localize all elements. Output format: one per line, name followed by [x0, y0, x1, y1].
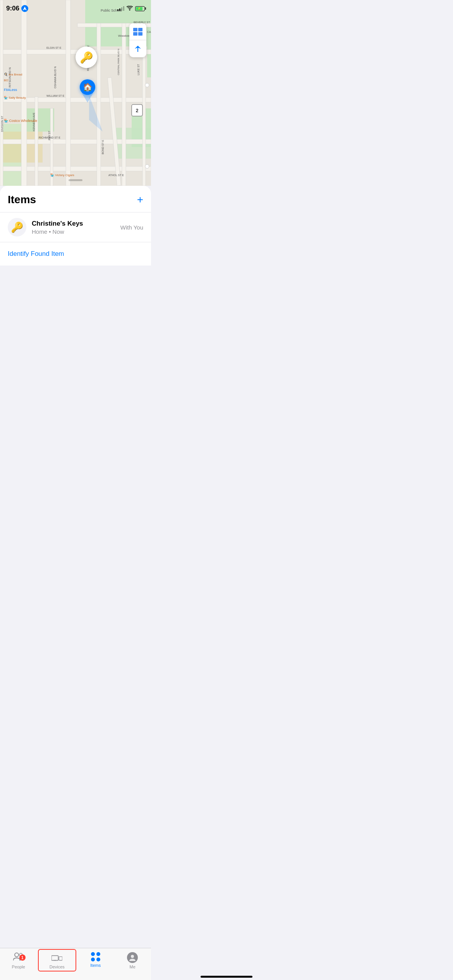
svg-point-50: [145, 164, 149, 168]
items-title: Items: [8, 194, 36, 206]
svg-text:CENTRAL PARK BLVD N: CENTRAL PARK BLVD N: [117, 49, 120, 75]
svg-text:BOND ST E: BOND ST E: [101, 140, 104, 154]
svg-rect-15: [21, 0, 27, 186]
svg-text:WILLIAM ST E: WILLIAM ST E: [46, 94, 64, 97]
svg-text:RAY ST: RAY ST: [48, 130, 51, 140]
svg-rect-17: [97, 23, 101, 186]
separator: •: [49, 228, 52, 235]
svg-rect-18: [122, 23, 126, 186]
item-row[interactable]: 🔑 Christine's Keys Home • Now With You: [0, 212, 151, 242]
item-location: Home • Now: [32, 228, 115, 235]
home-circle: 🏠: [80, 79, 95, 95]
signal-bar-3: [121, 7, 122, 11]
status-indicators: ⚡: [117, 6, 145, 12]
home-location-marker[interactable]: 🏠: [80, 79, 95, 95]
signal-bar-1: [117, 9, 118, 11]
svg-text:ELGIN ST E: ELGIN ST E: [46, 46, 62, 49]
identify-section: Identify Found Item: [0, 242, 151, 266]
item-status: With You: [120, 224, 143, 231]
svg-text:DIVISION ST: DIVISION ST: [1, 115, 3, 132]
time-display: 9:06: [6, 5, 19, 12]
signal-bar-4: [123, 6, 124, 11]
svg-text:🏪 Sally Beauty: 🏪 Sally Beauty: [4, 96, 26, 99]
svg-rect-53: [138, 28, 142, 31]
status-time: 9:06: [6, 5, 28, 12]
svg-text:OSHAWA BLVD N: OSHAWA BLVD N: [54, 67, 57, 89]
svg-point-1: [129, 9, 130, 10]
map-svg: RITSON RD N OSHAWA BLVD N ROXBOROUGH AVE…: [0, 0, 151, 186]
svg-marker-0: [23, 7, 27, 10]
map-type-button[interactable]: [129, 23, 146, 40]
item-location-text: Home: [32, 228, 47, 235]
items-header: Items +: [0, 186, 151, 212]
location-button[interactable]: [129, 40, 146, 57]
content-spacer: [0, 266, 151, 343]
sheet-drag-handle: [69, 179, 82, 181]
svg-text:2: 2: [136, 108, 139, 113]
map-view[interactable]: RITSON RD N OSHAWA BLVD N ROXBOROUGH AVE…: [0, 0, 151, 186]
wifi-icon: [127, 6, 133, 12]
location-beam: [82, 93, 93, 103]
svg-text:RITSON RD N: RITSON RD N: [8, 67, 12, 87]
svg-text:ATHOL ST E: ATHOL ST E: [108, 174, 124, 176]
bottom-sheet: Items + 🔑 Christine's Keys Home • Now Wi…: [0, 186, 151, 266]
svg-rect-16: [66, 0, 70, 186]
signal-bar-2: [119, 9, 120, 11]
svg-text:CADILLAC: CADILLAC: [147, 31, 151, 33]
location-arrow-icon: [21, 5, 28, 12]
add-item-button[interactable]: +: [137, 194, 143, 205]
item-info: Christine's Keys Home • Now: [32, 220, 115, 235]
identify-found-item-button[interactable]: Identify Found Item: [8, 250, 64, 257]
key-marker[interactable]: 🔑: [76, 46, 97, 68]
svg-text:LUKE ST: LUKE ST: [137, 64, 140, 75]
svg-rect-22: [35, 97, 38, 186]
svg-rect-19: [0, 0, 3, 186]
svg-text:BO: BO: [4, 79, 9, 82]
item-time: Now: [53, 228, 64, 235]
item-name: Christine's Keys: [32, 220, 115, 228]
svg-text:🏪 Victory Cigars: 🏪 Victory Cigars: [50, 173, 74, 177]
svg-rect-52: [133, 28, 137, 31]
battery-icon: ⚡: [135, 6, 145, 11]
svg-text:Fit4Less: Fit4Less: [4, 88, 17, 92]
item-emoji: 🔑: [11, 221, 23, 233]
svg-text:🏪 Costco Wholesale: 🏪 Costco Wholesale: [4, 118, 37, 123]
svg-text:🍳 ara Bread: 🍳 ara Bread: [4, 72, 22, 76]
status-bar: 9:06 ⚡: [0, 0, 151, 17]
svg-rect-54: [133, 32, 137, 36]
item-icon: 🔑: [8, 218, 26, 236]
svg-rect-55: [138, 32, 142, 36]
svg-point-49: [145, 83, 149, 87]
signal-strength-icon: [117, 6, 124, 11]
map-controls[interactable]: [129, 23, 146, 57]
